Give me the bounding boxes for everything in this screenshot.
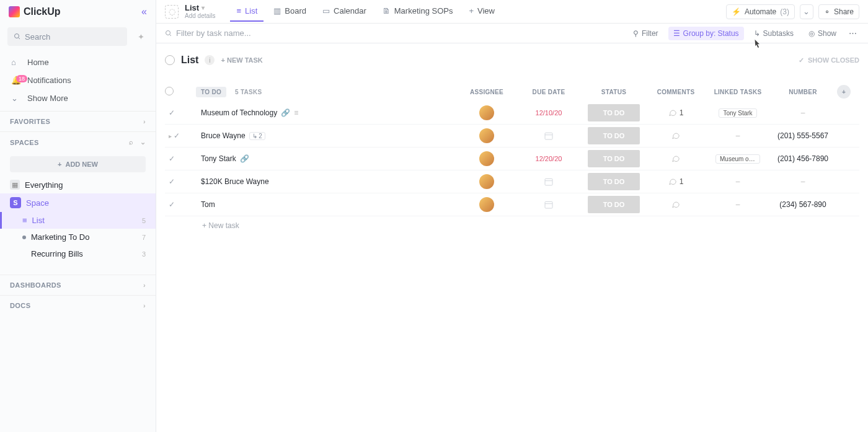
- comments-cell[interactable]: [671, 154, 680, 163]
- check-icon[interactable]: ✓: [174, 131, 180, 140]
- status-cell[interactable]: TO DO: [588, 127, 640, 144]
- col-number[interactable]: NUMBER: [769, 86, 837, 98]
- comments-cell[interactable]: [671, 200, 680, 209]
- search-spaces-icon[interactable]: ⌕: [129, 138, 133, 146]
- tab-list[interactable]: ≡ List: [230, 1, 264, 22]
- select-all[interactable]: [165, 87, 174, 95]
- comments-cell[interactable]: [671, 131, 680, 140]
- link-icon[interactable]: 🔗: [240, 154, 249, 163]
- filter-label: Filter: [642, 29, 658, 38]
- more-button[interactable]: ⋯: [846, 29, 859, 38]
- show-button[interactable]: ◎ Show: [804, 27, 841, 40]
- col-duedate[interactable]: DUE DATE: [515, 86, 583, 98]
- page-title[interactable]: List ▾: [185, 4, 215, 12]
- due-date-empty[interactable]: [544, 177, 554, 187]
- share-button[interactable]: ⚬ Share: [818, 4, 859, 19]
- col-comments[interactable]: COMMENTS: [645, 86, 707, 98]
- check-icon[interactable]: ✓: [169, 108, 175, 117]
- tab-view-label: View: [477, 6, 495, 15]
- nav-show-more[interactable]: ⌄ Show More: [0, 89, 156, 107]
- add-new-button[interactable]: + ADD NEW: [10, 156, 146, 172]
- table-row[interactable]: ✓Museum of Technology 🔗 ≡12/10/20TO DO1T…: [165, 102, 859, 125]
- subtitle-text[interactable]: Add details: [185, 12, 215, 19]
- board-icon: ▥: [273, 6, 281, 15]
- list-item-marketing[interactable]: Marketing To Do 7: [0, 229, 156, 245]
- svg-point-0: [15, 34, 19, 38]
- automate-button[interactable]: ⚡ Automate (3): [726, 4, 795, 19]
- filter-button[interactable]: ⚲ Filter: [628, 27, 663, 40]
- tab-add-view[interactable]: + View: [463, 1, 501, 22]
- due-date[interactable]: 12/10/20: [536, 109, 562, 117]
- table-row[interactable]: ✓TomTO DO–(234) 567-890: [165, 193, 859, 216]
- tab-board[interactable]: ▥ Board: [267, 1, 312, 22]
- avatar[interactable]: [479, 197, 494, 212]
- dashboards-section[interactable]: DASHBOARDS ›: [0, 275, 156, 295]
- subtasks-badge[interactable]: ↳ 2: [249, 132, 265, 140]
- table-row[interactable]: ▸ ✓Bruce Wayne ↳ 2TO DO–(201) 555-5567: [165, 125, 859, 148]
- status-cell[interactable]: TO DO: [588, 150, 640, 167]
- check-icon[interactable]: ✓: [169, 200, 175, 209]
- list-item-recurring[interactable]: Recurring Bills 3: [0, 245, 156, 262]
- check-icon[interactable]: ✓: [169, 154, 175, 163]
- group-title: List: [181, 55, 198, 66]
- nav-notifications[interactable]: 🔔 18 Notifications: [0, 71, 156, 89]
- due-date-empty[interactable]: [544, 131, 554, 141]
- collapse-group-icon[interactable]: [165, 55, 175, 65]
- everything-item[interactable]: ▦ Everything: [0, 176, 156, 193]
- col-status[interactable]: STATUS: [583, 86, 645, 98]
- automate-label: Automate: [745, 7, 776, 16]
- col-assignee[interactable]: ASSIGNEE: [459, 86, 515, 98]
- due-date-empty[interactable]: [544, 200, 554, 209]
- link-icon[interactable]: 🔗: [281, 108, 290, 117]
- number-empty: –: [801, 177, 805, 186]
- search-placeholder: Search: [25, 32, 50, 42]
- list-count-0: 5: [142, 217, 146, 224]
- brand-logo[interactable]: ClickUp: [9, 6, 61, 17]
- tab-calendar[interactable]: ▭ Calendar: [316, 1, 373, 22]
- comments-cell[interactable]: 1: [668, 108, 684, 117]
- list-status-icon[interactable]: ◌: [165, 5, 179, 19]
- space-item[interactable]: S Space: [0, 193, 156, 212]
- avatar[interactable]: [479, 105, 494, 120]
- search-input[interactable]: Search: [7, 27, 127, 46]
- chevron-down-icon[interactable]: ⌄: [140, 138, 146, 146]
- linked-tag[interactable]: Tony Stark: [719, 108, 756, 118]
- new-task-row[interactable]: + New task: [165, 216, 859, 230]
- filter-icon: ⚲: [633, 29, 639, 38]
- notification-badge: 18: [16, 75, 27, 82]
- collapse-sidebar-button[interactable]: «: [141, 6, 147, 17]
- add-column-button[interactable]: +: [837, 85, 851, 99]
- favorites-section[interactable]: FAVORITES ›: [0, 111, 156, 131]
- ai-icon[interactable]: ✦: [133, 29, 148, 44]
- show-closed-button[interactable]: ✓ SHOW CLOSED: [799, 56, 859, 64]
- dashboards-label: DASHBOARDS: [10, 281, 61, 289]
- list-item-list[interactable]: ≡ List 5: [0, 212, 156, 229]
- docs-section[interactable]: DOCS ›: [0, 295, 156, 315]
- tab-marketing-sops[interactable]: 🗎 Marketing SOPs: [376, 1, 459, 22]
- table-row[interactable]: ✓Tony Stark 🔗12/20/20TO DOMuseum of ...(…: [165, 148, 859, 170]
- linked-tag[interactable]: Museum of ...: [715, 154, 760, 164]
- search-icon: [14, 33, 21, 40]
- description-icon[interactable]: ≡: [294, 108, 298, 117]
- col-linked[interactable]: LINKED TASKS: [707, 86, 769, 98]
- expand-icon[interactable]: ▸: [169, 133, 172, 139]
- table-row[interactable]: ✓$120K Bruce WayneTO DO1––: [165, 170, 859, 193]
- subtasks-button[interactable]: ↳ Subtasks: [749, 27, 799, 40]
- filter-input[interactable]: Filter by task name...: [165, 29, 623, 38]
- avatar[interactable]: [479, 174, 494, 189]
- check-icon[interactable]: ✓: [169, 177, 175, 186]
- groupby-button[interactable]: ☰ Group by: Status: [668, 27, 744, 40]
- comments-cell[interactable]: 1: [668, 177, 684, 186]
- due-date[interactable]: 12/20/20: [536, 155, 562, 162]
- nav-home[interactable]: ⌂ Home: [0, 53, 156, 71]
- info-icon[interactable]: i: [205, 55, 215, 65]
- automate-dropdown[interactable]: ⌄: [800, 4, 813, 19]
- status-cell[interactable]: TO DO: [588, 104, 640, 121]
- new-task-button[interactable]: + NEW TASK: [221, 56, 262, 64]
- status-cell[interactable]: TO DO: [588, 196, 640, 213]
- status-cell[interactable]: TO DO: [588, 173, 640, 190]
- avatar[interactable]: [479, 128, 494, 143]
- tab-list-label: List: [245, 6, 257, 15]
- avatar[interactable]: [479, 151, 494, 166]
- status-group-label[interactable]: TO DO: [196, 87, 226, 97]
